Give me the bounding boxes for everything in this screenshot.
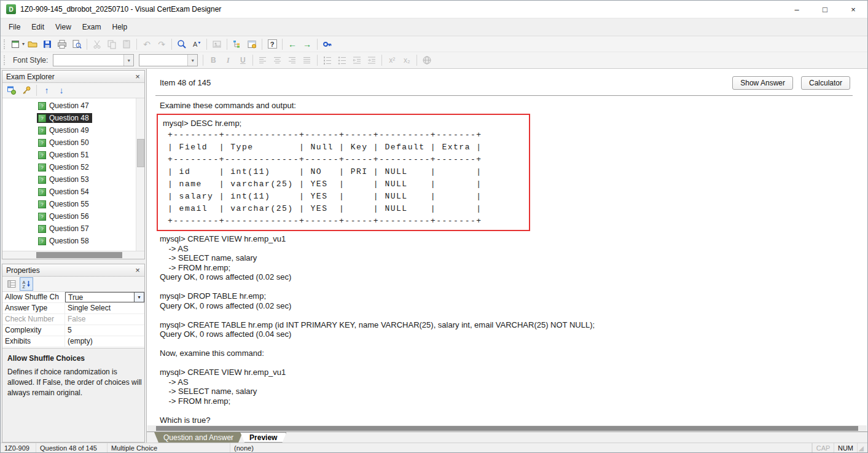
numbered-list-button[interactable] <box>321 53 334 67</box>
tree-node-question-51[interactable]: ?Question 51 <box>37 150 92 160</box>
save-button[interactable] <box>41 37 54 51</box>
tree-node-question-53[interactable]: ?Question 53 <box>37 175 92 184</box>
tree-node-question-48[interactable]: ?Question 48 <box>37 113 92 123</box>
panel-splitter[interactable] <box>2 259 145 264</box>
answers-key-button[interactable] <box>20 84 33 97</box>
toolbar-grip[interactable] <box>4 55 7 65</box>
property-row-check-number[interactable]: Check Number False <box>2 314 144 325</box>
exam-options-button[interactable] <box>245 37 259 51</box>
question-properties-button[interactable] <box>5 84 18 97</box>
categorized-view-button[interactable] <box>5 277 18 291</box>
question-content[interactable]: Examine these commands and output: mysql… <box>147 96 867 425</box>
move-up-button[interactable]: ↑ <box>40 84 53 97</box>
toolbar-grip[interactable] <box>4 39 7 49</box>
tree-horizontal-scrollbar[interactable] <box>2 251 144 259</box>
undo-button[interactable]: ↶ <box>140 37 154 51</box>
property-row-complexity[interactable]: Complexity 5 <box>2 325 144 336</box>
tree-node-question-55[interactable]: ?Question 55 <box>37 199 92 209</box>
property-row-exhibits[interactable]: Exhibits (empty) <box>2 336 144 347</box>
align-left-button[interactable] <box>256 53 270 67</box>
property-row-answer-type[interactable]: Answer Type Single Select <box>2 303 144 314</box>
menu-edit[interactable]: Edit <box>26 20 50 34</box>
subscript-button[interactable]: x₂ <box>400 53 413 67</box>
prev-question-button[interactable]: ← <box>286 37 299 51</box>
cut-button[interactable] <box>90 37 104 51</box>
property-name[interactable]: Check Number <box>2 314 65 325</box>
property-name[interactable]: Answer Type <box>2 303 65 313</box>
new-exam-button[interactable]: ▾ <box>11 37 25 51</box>
combo-arrow-icon[interactable]: ▾ <box>187 55 197 66</box>
serial-key-button[interactable] <box>321 37 334 51</box>
menu-view[interactable]: View <box>50 20 77 34</box>
align-right-button[interactable] <box>286 53 299 67</box>
property-name[interactable]: Allow Shuffle Ch <box>2 292 65 302</box>
property-name[interactable]: Exhibits <box>2 336 65 347</box>
bullet-list-button[interactable] <box>335 53 349 67</box>
combo-arrow-icon[interactable]: ▾ <box>123 55 133 66</box>
tree-vertical-scrollbar[interactable] <box>136 98 144 251</box>
zoom-button[interactable] <box>175 37 189 51</box>
bold-button[interactable]: B <box>206 53 220 67</box>
font-style-combo[interactable]: ▾ <box>53 54 134 66</box>
close-button[interactable]: × <box>839 1 867 18</box>
property-value[interactable]: True ▾ <box>65 292 144 302</box>
property-row-allow-shuffle[interactable]: Allow Shuffle Ch True ▾ <box>2 292 144 303</box>
maximize-button[interactable]: □ <box>811 1 839 18</box>
resize-grip[interactable]: ◢ <box>858 443 867 452</box>
align-center-button[interactable] <box>271 53 284 67</box>
italic-button[interactable]: I <box>221 53 235 67</box>
property-value[interactable]: False <box>65 314 144 325</box>
property-name[interactable]: Complexity <box>2 325 65 336</box>
help-button[interactable]: ? <box>265 37 279 51</box>
tree-node-question-56[interactable]: ?Question 56 <box>37 211 92 221</box>
property-value[interactable]: Single Select <box>65 303 144 313</box>
new-dropdown-icon: ▾ <box>22 41 25 47</box>
exam-structure-button[interactable] <box>230 37 244 51</box>
tab-question-and-answer[interactable]: Question and Answer <box>154 432 243 443</box>
properties-close-button[interactable]: × <box>133 266 143 275</box>
content-hscrollbar-thumb[interactable] <box>156 426 858 431</box>
menu-help[interactable]: Help <box>107 20 133 34</box>
tab-preview[interactable]: Preview <box>240 432 286 443</box>
tree-node-question-58[interactable]: ?Question 58 <box>37 236 92 246</box>
allow-shuffle-combo[interactable]: True ▾ <box>65 292 144 302</box>
print-button[interactable] <box>55 37 69 51</box>
move-down-button[interactable]: ↓ <box>55 84 68 97</box>
superscript-button[interactable]: x² <box>385 53 399 67</box>
align-justify-button[interactable] <box>300 53 314 67</box>
spellcheck-button[interactable]: A <box>190 37 203 51</box>
font-size-combo[interactable]: ▾ <box>139 54 198 66</box>
magnifier-icon <box>177 39 187 49</box>
insert-hyperlink-button[interactable] <box>420 53 434 67</box>
open-button[interactable] <box>26 37 39 51</box>
tree-node-question-57[interactable]: ?Question 57 <box>37 224 92 234</box>
property-value[interactable]: (empty) <box>65 336 144 347</box>
menu-file[interactable]: File <box>3 20 26 34</box>
show-answer-button[interactable]: Show Answer <box>732 76 793 90</box>
tree-hscrollbar-thumb[interactable] <box>36 252 122 258</box>
minimize-button[interactable]: – <box>783 1 811 18</box>
paste-button[interactable] <box>120 37 133 51</box>
menu-exam[interactable]: Exam <box>77 20 107 34</box>
tree-node-question-50[interactable]: ?Question 50 <box>37 138 92 148</box>
tree-node-question-47[interactable]: ?Question 47 <box>37 101 92 111</box>
exam-explorer-close-button[interactable]: × <box>133 72 143 82</box>
tree-node-question-49[interactable]: ?Question 49 <box>37 125 92 135</box>
alphabetical-view-button[interactable]: AZ <box>20 277 33 291</box>
insert-exhibit-button[interactable] <box>210 37 224 51</box>
tree-node-question-54[interactable]: ?Question 54 <box>37 187 92 197</box>
decrease-indent-button[interactable] <box>350 53 364 67</box>
redo-button[interactable]: ↷ <box>155 37 168 51</box>
next-question-button[interactable]: → <box>300 37 314 51</box>
print-preview-button[interactable] <box>70 37 84 51</box>
increase-indent-button[interactable] <box>365 53 378 67</box>
tree-node-question-52[interactable]: ?Question 52 <box>37 162 92 172</box>
calculator-button[interactable]: Calculator <box>801 76 850 90</box>
tree-scrollbar-thumb[interactable] <box>137 139 144 167</box>
combo-dropdown-button[interactable]: ▾ <box>134 293 144 302</box>
underline-button[interactable]: U <box>236 53 249 67</box>
property-value[interactable]: 5 <box>65 325 144 336</box>
back-arrow-icon: ← <box>288 40 297 49</box>
copy-button[interactable] <box>105 37 119 51</box>
content-horizontal-scrollbar[interactable] <box>147 425 867 431</box>
